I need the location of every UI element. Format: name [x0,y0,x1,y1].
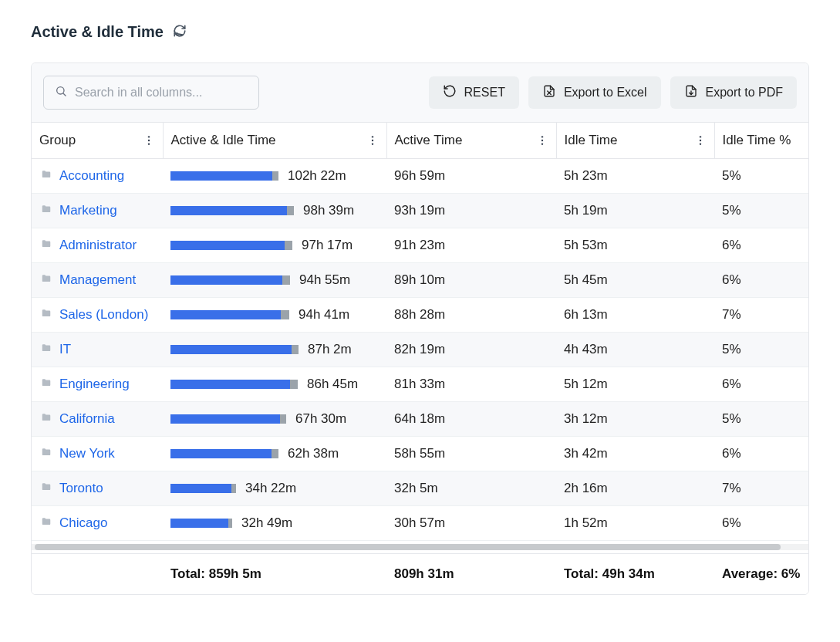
folder-icon [39,307,53,323]
idle-pct-cell: 6% [714,228,808,263]
table-row: Toronto34h 22m32h 5m2h 16m7% [32,471,808,506]
group-link[interactable]: Accounting [59,168,124,184]
group-link[interactable]: Marketing [59,203,117,218]
total-time-label: 102h 22m [288,168,346,184]
col-label: Idle Time [565,133,618,147]
idle-time-cell: 2h 16m [556,471,714,506]
idle-pct-cell: 6% [714,506,808,541]
table-row: Management94h 55m89h 10m5h 45m6% [32,263,808,298]
total-time-label: 94h 55m [299,272,350,288]
total-time-label: 97h 17m [302,238,353,253]
time-bar [170,380,298,389]
idle-pct-cell: 6% [714,367,808,402]
active-time-cell: 32h 5m [386,471,556,506]
column-menu-icon[interactable] [366,134,379,147]
search-input[interactable] [75,86,248,100]
idle-pct-cell: 5% [714,194,808,228]
table-row: New York62h 38m58h 55m3h 42m6% [32,437,808,471]
col-header-active-idle[interactable]: Active & Idle Time [163,123,386,159]
active-time-cell: 88h 28m [386,298,556,333]
svg-point-11 [699,136,700,137]
idle-time-cell: 5h 23m [556,159,714,194]
folder-icon [39,377,53,392]
table-row: Administrator97h 17m91h 23m5h 53m6% [32,228,808,263]
group-link[interactable]: Toronto [59,481,103,496]
excel-icon [542,84,556,101]
svg-point-5 [371,136,373,137]
search-icon [55,85,67,100]
idle-pct-cell: 7% [714,471,808,506]
export-pdf-button[interactable]: Export to PDF [670,76,797,109]
table-row: Accounting102h 22m96h 59m5h 23m5% [32,159,808,194]
time-bar [170,519,232,528]
active-time-cell: 30h 57m [386,506,556,541]
time-bar [170,171,278,181]
folder-icon [39,446,53,461]
idle-time-cell: 5h 45m [556,263,714,298]
folder-icon [39,342,53,357]
export-excel-button[interactable]: Export to Excel [528,76,661,109]
folder-icon [39,238,53,253]
col-label: Group [39,133,76,147]
col-header-idle[interactable]: Idle Time [556,123,714,159]
time-bar [170,414,286,424]
total-time-label: 87h 2m [308,342,352,357]
toolbar: RESET Export to Excel Export to PDF [32,63,808,123]
time-bar [170,310,289,319]
group-link[interactable]: California [59,411,115,427]
folder-icon [39,411,53,427]
time-bar [170,241,292,250]
idle-pct-cell: 5% [714,333,808,367]
svg-point-2 [147,136,149,137]
column-menu-icon[interactable] [143,134,155,147]
idle-time-cell: 4h 43m [556,333,714,367]
page-title: Active & Idle Time [31,23,164,41]
column-menu-icon[interactable] [694,134,707,147]
group-link[interactable]: Administrator [59,238,137,253]
time-bar [170,484,236,493]
folder-icon [39,203,53,218]
total-time-label: 98h 39m [303,203,354,218]
group-link[interactable]: Sales (London) [59,307,148,323]
reset-button[interactable]: RESET [429,76,519,109]
idle-time-cell: 1h 52m [556,506,714,541]
reset-label: RESET [464,86,505,100]
time-bar [170,206,294,215]
group-link[interactable]: IT [59,342,71,357]
active-time-cell: 89h 10m [386,263,556,298]
group-link[interactable]: Engineering [59,377,130,392]
search-box[interactable] [43,76,259,110]
idle-time-cell: 3h 12m [556,402,714,437]
col-header-active[interactable]: Active Time [386,123,556,159]
col-header-group[interactable]: Group [32,123,163,159]
idle-time-cell: 3h 42m [556,437,714,471]
active-time-cell: 91h 23m [386,228,556,263]
column-menu-icon[interactable] [536,134,548,147]
export-excel-label: Export to Excel [564,86,647,100]
idle-pct-cell: 6% [714,263,808,298]
svg-point-8 [541,136,542,137]
group-link[interactable]: New York [59,446,115,461]
active-time-cell: 64h 18m [386,402,556,437]
folder-icon [39,515,53,531]
refresh-icon[interactable] [173,24,187,41]
total-time-label: 94h 41m [299,307,349,323]
report-panel: RESET Export to Excel Export to PDF [31,63,809,595]
horizontal-scrollbar[interactable] [32,544,808,550]
time-bar [170,345,299,354]
idle-time-cell: 5h 19m [556,194,714,228]
table-row: Marketing98h 39m93h 19m5h 19m5% [32,194,808,228]
time-bar [170,449,278,458]
total-time-label: 62h 38m [288,446,339,461]
table-row: Chicago32h 49m30h 57m1h 52m6% [32,506,808,541]
idle-time-cell: 5h 53m [556,228,714,263]
idle-time-cell: 6h 13m [556,298,714,333]
table-row: Engineering86h 45m81h 33m5h 12m6% [32,367,808,402]
svg-point-6 [371,140,373,141]
svg-point-12 [699,140,700,141]
col-header-idle-pct[interactable]: Idle Time % [714,123,808,159]
group-link[interactable]: Chicago [59,515,107,531]
svg-point-3 [147,140,149,141]
group-link[interactable]: Management [59,272,136,288]
svg-point-4 [147,143,149,144]
